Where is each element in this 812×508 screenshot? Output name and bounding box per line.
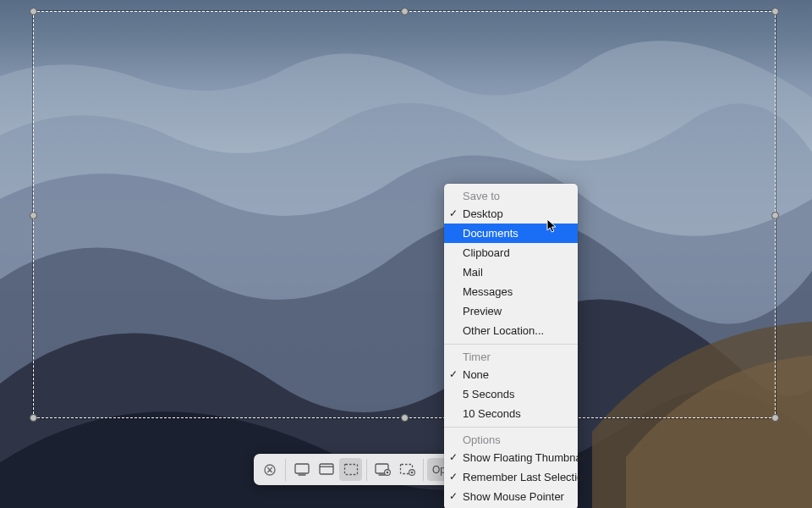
toolbar-separator: [285, 459, 286, 481]
svg-rect-2: [320, 464, 333, 474]
resize-handle-sw[interactable]: [30, 414, 37, 422]
resize-handle-nw[interactable]: [30, 8, 37, 15]
menu-item-preview[interactable]: Preview: [444, 301, 578, 321]
capture-entire-screen-button[interactable]: [290, 458, 313, 481]
check-icon: ✓: [449, 489, 458, 504]
menu-separator: [444, 344, 578, 345]
record-screen-icon: [375, 463, 392, 476]
screen-icon: [294, 463, 310, 476]
capture-selection-button[interactable]: [339, 458, 362, 481]
options-menu: Save to ✓ Desktop Documents Clipboard Ma…: [444, 184, 578, 508]
menu-section-save-to: Save to: [444, 187, 578, 204]
capture-window-button[interactable]: [315, 458, 337, 481]
selection-marquee[interactable]: [33, 11, 776, 418]
check-icon: ✓: [449, 470, 458, 484]
record-selection-button[interactable]: [396, 458, 419, 481]
check-icon: ✓: [449, 207, 458, 221]
menu-item-desktop[interactable]: ✓ Desktop: [444, 204, 578, 224]
menu-item-timer-10s[interactable]: 10 Seconds: [444, 404, 578, 423]
menu-item-show-floating-thumbnail[interactable]: ✓ Show Floating Thumbnail: [444, 448, 578, 467]
menu-section-timer: Timer: [444, 348, 578, 365]
svg-rect-1: [295, 464, 309, 473]
menu-item-other-location[interactable]: Other Location...: [444, 321, 578, 340]
check-icon: ✓: [449, 450, 458, 465]
resize-handle-se[interactable]: [771, 414, 779, 422]
record-entire-screen-button[interactable]: [371, 458, 394, 481]
resize-handle-n[interactable]: [401, 8, 409, 15]
svg-point-9: [410, 472, 413, 474]
resize-handle-w[interactable]: [30, 212, 37, 219]
check-icon: ✓: [449, 367, 458, 382]
record-selection-icon: [399, 463, 416, 476]
close-button[interactable]: [258, 458, 281, 481]
close-icon: [264, 464, 276, 476]
menu-separator: [444, 427, 578, 428]
window-icon: [319, 463, 334, 476]
svg-point-6: [386, 472, 388, 474]
menu-item-remember-last-selection[interactable]: ✓ Remember Last Selection: [444, 467, 578, 487]
resize-handle-s[interactable]: [401, 414, 409, 422]
resize-handle-ne[interactable]: [771, 8, 779, 15]
svg-rect-3: [344, 465, 357, 475]
menu-item-messages[interactable]: Messages: [444, 282, 578, 301]
menu-item-timer-5s[interactable]: 5 Seconds: [444, 384, 578, 404]
menu-item-timer-none[interactable]: ✓ None: [444, 365, 578, 384]
selection-icon: [343, 463, 359, 476]
menu-item-mail[interactable]: Mail: [444, 262, 578, 282]
menu-item-clipboard[interactable]: Clipboard: [444, 243, 578, 262]
resize-handle-e[interactable]: [771, 212, 779, 219]
toolbar-separator: [366, 459, 367, 481]
menu-item-show-mouse-pointer[interactable]: ✓ Show Mouse Pointer: [444, 487, 578, 506]
toolbar-separator: [423, 459, 424, 481]
menu-item-documents[interactable]: Documents: [444, 224, 578, 243]
menu-section-options: Options: [444, 431, 578, 448]
